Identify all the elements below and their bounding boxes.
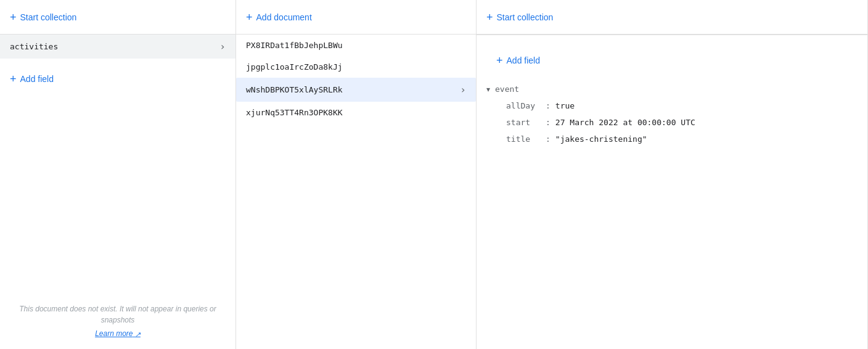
footer-section: This document does not exist. It will no… bbox=[0, 294, 235, 349]
chevron-right-icon: › bbox=[219, 41, 226, 52]
left-panel: + Start collection activities › + Add fi… bbox=[0, 0, 236, 349]
add-document-button[interactable]: + Add document bbox=[246, 12, 312, 23]
document-id: xjurNq53TT4Rn3OPK8KK bbox=[246, 108, 343, 117]
plus-icon-add-field-right: + bbox=[496, 55, 503, 66]
add-field-label-left: Add field bbox=[20, 74, 54, 84]
plus-icon-left: + bbox=[10, 12, 17, 23]
field-value-allday: true bbox=[555, 101, 575, 110]
document-id: wNshDBPKOT5xlAySRLRk bbox=[246, 85, 343, 94]
field-value-title: "jakes-christening" bbox=[555, 134, 647, 144]
field-colon: : bbox=[546, 134, 551, 144]
external-link-icon: ↗ bbox=[135, 331, 141, 338]
plus-icon-add-field-left: + bbox=[10, 73, 17, 84]
add-field-button-right[interactable]: + Add field bbox=[496, 55, 540, 66]
field-group-name: event bbox=[495, 84, 519, 94]
field-row-allday: allDay : true bbox=[486, 97, 858, 114]
triangle-down-icon: ▾ bbox=[486, 85, 490, 94]
field-key-allday: allDay bbox=[506, 101, 543, 110]
document-item-selected[interactable]: wNshDBPKOT5xlAySRLRk › bbox=[236, 78, 476, 102]
document-item[interactable]: PX8IRDat1fBbJehpLBWu bbox=[236, 35, 476, 56]
chevron-right-icon-doc: › bbox=[460, 84, 466, 96]
field-value-start: 27 March 2022 at 00:00:00 UTC bbox=[555, 118, 695, 127]
footer-text: This document does not exist. It will no… bbox=[19, 305, 216, 324]
plus-icon-right: + bbox=[486, 12, 493, 23]
field-group-header[interactable]: ▾ event bbox=[486, 81, 858, 97]
field-key-start: start bbox=[506, 118, 543, 127]
left-panel-header: + Start collection bbox=[0, 0, 235, 35]
plus-icon-middle: + bbox=[246, 12, 253, 23]
field-colon: : bbox=[546, 101, 551, 110]
collection-name: activities bbox=[10, 42, 58, 51]
field-group-event: ▾ event allDay : true start : 27 March 2… bbox=[486, 81, 858, 147]
add-field-button-left[interactable]: + Add field bbox=[10, 73, 54, 84]
fields-section: + Add field ▾ event allDay : true start … bbox=[477, 35, 867, 349]
document-item[interactable]: jpgplc1oaIrcZoDa8kJj bbox=[236, 56, 476, 78]
document-id: PX8IRDat1fBbJehpLBWu bbox=[246, 41, 343, 50]
start-collection-button-right[interactable]: + Start collection bbox=[486, 12, 553, 23]
document-id: jpgplc1oaIrcZoDa8kJj bbox=[246, 62, 343, 72]
right-panel-header: + Start collection bbox=[477, 0, 867, 35]
add-field-section-left: + Add field bbox=[0, 64, 235, 94]
document-list: PX8IRDat1fBbJehpLBWu jpgplc1oaIrcZoDa8kJ… bbox=[236, 35, 476, 349]
add-document-label: Add document bbox=[256, 12, 312, 22]
right-panel: + Start collection + Add field ▾ event a… bbox=[477, 0, 868, 349]
middle-panel-header: + Add document bbox=[236, 0, 476, 35]
start-collection-label-left: Start collection bbox=[20, 12, 77, 22]
field-key-title: title bbox=[506, 134, 543, 144]
collection-item-activities[interactable]: activities › bbox=[0, 35, 235, 59]
document-item[interactable]: xjurNq53TT4Rn3OPK8KK bbox=[236, 102, 476, 123]
start-collection-button-left[interactable]: + Start collection bbox=[10, 12, 76, 23]
add-field-section-right: + Add field bbox=[486, 45, 858, 76]
start-collection-label-right: Start collection bbox=[497, 12, 554, 22]
add-field-label-right: Add field bbox=[507, 55, 540, 65]
field-row-start: start : 27 March 2022 at 00:00:00 UTC bbox=[486, 114, 858, 131]
middle-panel: + Add document PX8IRDat1fBbJehpLBWu jpgp… bbox=[236, 0, 477, 349]
learn-more-link[interactable]: Learn more ↗ bbox=[10, 328, 226, 339]
field-row-title: title : "jakes-christening" bbox=[486, 131, 858, 147]
field-colon: : bbox=[546, 118, 551, 127]
